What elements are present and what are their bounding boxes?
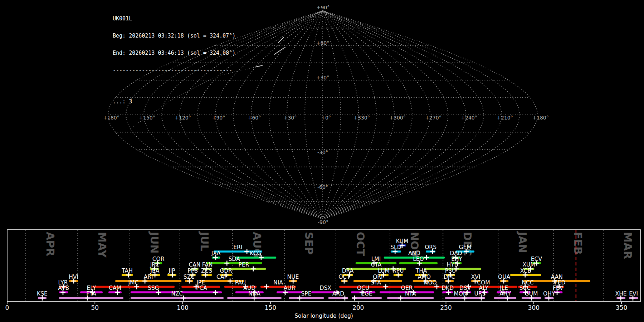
map-label-longitude: +180° [532,115,548,121]
shower-label-DRA: DRA [342,268,354,274]
info-panel: UK001L Beg: 20260213 03:32:18 (sol = 324… [113,4,235,116]
shower-label-CAN: CAN [189,262,200,268]
shower-label-MON: MON [454,291,467,297]
shower-bar-KCG [235,257,276,259]
shower-label-STA: STA [371,279,381,286]
map-label-latitude: +60° [316,40,330,46]
shower-label-HVI: HVI [69,274,78,280]
begin-time: Beg: 20260213 03:32:18 (sol = 324.07°) [113,33,235,39]
shower-label-KSE: KSE [37,291,48,297]
shower-label-XUM: XUM [522,262,535,268]
shower-label-JEA: JEA [150,268,159,274]
shower-bar-ARI [115,280,181,282]
shower-label-DPC: DPC [444,274,455,280]
separator-line: ------------------------------------- [113,67,235,73]
shower-peak-marker-NTA [398,296,403,301]
shower-label-FAN: FAN [202,262,213,268]
shower-peak-marker-ERI [244,249,249,254]
map-label-latitude: -60° [317,184,328,190]
shower-peak-marker-AND [424,255,429,260]
shower-label-RPU: RPU [392,268,404,274]
shower-label-ARD: ARD [332,291,344,297]
shower-label-NOO: NOO [424,279,437,286]
shower-label-NUE: NUE [287,274,299,280]
shower-peak-marker-STA [383,284,388,289]
end-time: End: 20260213 03:46:13 (sol = 324.08°) [113,50,235,56]
shower-label-AVB: AVB [58,285,69,291]
x-axis-tick-label: 300 [528,304,540,311]
shower-label-CAP: CAP [216,274,228,280]
x-axis-tick-label: 200 [352,304,364,311]
shower-label-ORS: ORS [425,244,436,250]
shower-label-QUA: QUA [498,274,511,280]
shower-label-EVI: EVI [629,291,638,297]
shower-bar-AUR [277,291,302,293]
map-label-longitude: +240° [461,115,477,121]
shower-peak-marker-EGE [352,296,357,301]
meteor-analysis-screen: +90°-90°+60°+30°-30°-60°+180°+150°+120°+… [0,0,644,322]
shower-label-THA: THA [415,268,427,274]
map-label-longitude: +300° [389,115,405,121]
shower-label-ZCS: ZCS [201,268,212,274]
sky-map: +90°-90°+60°+30°-30°-60°+180°+150°+120°+… [0,0,644,229]
map-label-latitude: +30° [316,75,330,80]
shower-bar-SSG [131,291,176,293]
shower-bar-NTA [387,297,434,299]
shower-label-KCG: KCG [250,250,261,257]
x-axis-tick-label: 50 [91,304,99,311]
shower-label-DSX: DSX [320,285,332,291]
shower-label-GEM: GEM [459,244,471,250]
shower-peak-marker-PER [251,267,256,272]
shower-label-JRC: JRC [150,262,159,268]
map-label-latitude: -30° [317,150,328,155]
shower-label-DKD: DKD [441,285,454,291]
month-label: JUN [148,231,161,254]
shower-label-NTA: NTA [405,291,416,297]
month-label: SEP [303,232,315,255]
shower-bar-NZC [131,297,224,299]
shower-label-ERI: ERI [233,244,242,250]
shower-bar-JMC [92,286,175,288]
shower-label-EGE: EGE [361,291,372,297]
shower-label-GDR: GDR [220,268,232,274]
shower-peak-marker-PCA [213,290,218,295]
month-label: OCT [354,232,367,257]
month-label: MAY [96,232,108,258]
shower-label-PSU: PSU [445,268,456,274]
meteor-count: ...: 3 [113,99,235,104]
map-label-longitude: +0° [321,115,331,121]
meteor-trail [278,37,284,43]
shower-label-HYD: HYD [447,262,459,268]
month-label: FEB [572,232,584,255]
shower-label-SPE: SPE [301,291,311,297]
shower-label-JIP: JIP [168,268,175,274]
shower-peak-marker-NIA [264,284,269,289]
shower-label-LUM: LUM [378,268,390,274]
shower-label-NZC: NZC [171,291,183,297]
shower-timeline-chart: APRMAYJUNJULAUGSEPOCTNOVDECJANFEBMARKUME… [0,229,644,322]
shower-label-AHY: AHY [499,291,511,297]
shower-label-PER: PER [239,262,249,268]
shower-label-TAH: TAH [121,268,133,274]
shower-label-OHY: OHY [543,291,555,297]
shower-label-JMC: JMC [128,279,139,286]
shower-label-GUM: GUM [525,291,538,297]
shower-label-JXA: JXA [211,250,221,257]
map-label-longitude: +330° [353,115,370,121]
month-label: JUL [198,231,211,252]
shower-label-FTA: FTA [86,291,96,297]
shower-label-CAM: CAM [109,285,121,291]
map-label-north-pole: +90° [317,5,330,10]
month-label: JAN [516,231,529,253]
shower-label-OCT: OCT [338,274,350,280]
x-axis-tick-label: 350 [616,304,627,311]
x-axis-title: Solar longitude (deg) [294,313,353,319]
shower-label-NDA: NDA [248,291,260,297]
map-label-longitude: +210° [497,115,513,121]
map-label-longitude: +30° [284,115,297,121]
shower-label-XCB: XCB [520,268,531,274]
x-axis-tick-label: 100 [177,304,188,311]
shower-label-SSG: SSG [148,285,159,291]
month-label: APR [44,232,57,256]
map-label-longitude: +60° [248,115,261,121]
